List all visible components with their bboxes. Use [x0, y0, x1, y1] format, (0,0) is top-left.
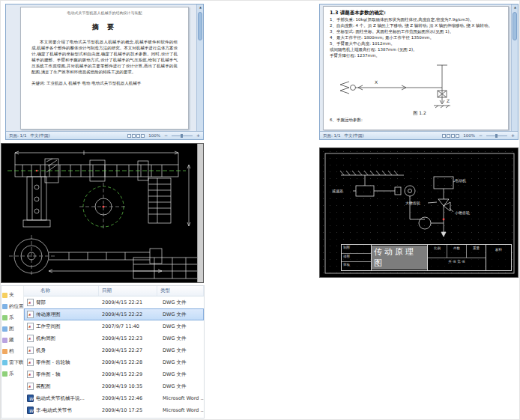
column-header-type[interactable]: 类型 [157, 286, 204, 296]
figure-caption: 图 1.2 [375, 110, 465, 117]
zoom-slider[interactable] [486, 136, 507, 136]
param-item: 3、坐标型式: 圆柱坐标。其圆柱坐标的工作范围如图所示(见图 1)。 [330, 28, 502, 34]
abstract-keywords: 关键词: 工业机器人 机械手 电动 电动式关节型机器人机械手 [31, 81, 178, 86]
cad-window-transmission[interactable]: 电动机 减速器 大锥齿轮 小锥齿轮 制图 描图 审核 传动原理图 比例 件数 重… [319, 147, 519, 278]
column-header-name[interactable]: 名称 [24, 286, 99, 296]
word-window-parameters: 1.3 课题基本参数的确定: 1、手部负重: 10kg(抓取物体的形状为圆柱体径… [319, 4, 519, 140]
label-big-gear: 大锥齿轮 [405, 201, 420, 205]
status-bar: 页面: 1/1 中文(中国) 100% − + [320, 131, 518, 139]
scrollbar-thumb[interactable] [513, 12, 517, 40]
file-row[interactable]: 电动式关节机械手说... 2009/4/15 22:46 Microsoft W… [24, 392, 204, 404]
label-reducer: 减速器 [332, 189, 343, 193]
figure-1-2: X Z [330, 61, 504, 110]
param-item: 或间隔电机上端最高行程: 1387mm (见图 2)。 [330, 46, 502, 52]
sidebar-item[interactable]: 雷下载 [1, 357, 23, 368]
folder-icon [2, 293, 7, 298]
zoom-in-button[interactable]: + [196, 133, 200, 138]
file-row[interactable]: 机身 2009/4/15 22:27 DWG 文件 [24, 344, 204, 356]
language-indicator: 中文(中国) [30, 133, 49, 139]
scroll-up-icon[interactable]: ▲ [512, 4, 518, 10]
videos-icon [2, 338, 7, 343]
trace-label: 描图 [343, 255, 350, 258]
desktop: 电动式关节型机器人机械手的结构设计与装配 摘 要 本文简要介绍了电动式关节型机器… [0, 0, 520, 420]
document-canvas-right[interactable]: 1.3 课题基本参数的确定: 1、手部负重: 10kg(抓取物体的形状为圆柱体径… [320, 4, 518, 131]
word-file-icon [27, 407, 34, 414]
sidebar-item[interactable]: 图 [1, 323, 23, 335]
dwg-file-icon [27, 335, 34, 342]
check-label: 审核 [343, 263, 350, 267]
view-mode-buttons[interactable] [127, 134, 145, 138]
label-motor: 电动机 [455, 178, 466, 183]
drawing-title-cell: 传动原理图 [372, 245, 427, 270]
zoom-level: 100% [463, 133, 475, 138]
page-running-header: 电动式关节型机器人机械手的结构设计与装配 [31, 10, 178, 15]
weight-label: 重量 [467, 245, 486, 258]
scale-label: 比例 [428, 245, 447, 258]
param-item: 手臂升降行程: 1237mm。 [330, 52, 502, 58]
word-file-icon [27, 395, 34, 402]
cad-window-assembly[interactable] [1, 143, 204, 283]
file-row[interactable]: 零件图 - 齿轮轴 2009/4/15 22:28 DWG 文件 [24, 356, 204, 368]
file-row-selected[interactable]: 传动原理图 2009/4/15 22:22 DWG 文件 [24, 308, 204, 320]
file-row[interactable]: 工作空间图 2007/9/7 11:40 DWG 文件 [24, 320, 204, 332]
word-window-abstract: 电动式关节型机器人机械手的结构设计与装配 摘 要 本文简要介绍了电动式关节型机器… [5, 4, 204, 140]
sidebar-item[interactable]: 乐 [1, 312, 23, 323]
param-item: 1、手部负重: 10kg(抓取物体的形状为圆柱体径,高度自定,密度为7.9g/c… [330, 16, 502, 22]
sidebar-item[interactable]: 乐 [1, 368, 23, 380]
draw-label: 制图 [343, 246, 350, 249]
music-icon [2, 371, 7, 377]
scroll-up-icon[interactable]: ▲ [197, 4, 203, 10]
dwg-file-icon [27, 323, 34, 330]
assembly-drawing [1, 144, 204, 283]
file-row[interactable]: 李-电动式关节书 2009/4/10 17:25 Microsoft Word … [24, 404, 204, 416]
document-canvas-left[interactable]: 电动式关节型机器人机械手的结构设计与装配 摘 要 本文简要介绍了电动式关节型机器… [6, 4, 203, 131]
dwg-file-icon [27, 299, 34, 306]
sidebar-item[interactable]: 夹 [1, 290, 23, 301]
list-header: 名称 日期 类型 [24, 286, 204, 296]
title-block-signatures: 制图 描图 审核 [342, 245, 372, 270]
explorer-sidebar: 夹 的位置 乐 图 频 档 雷下载 乐 [1, 286, 24, 418]
zoom-level: 100% [148, 133, 160, 138]
documents-icon [2, 349, 7, 354]
page-indicator: 页面: 1/1 [9, 133, 26, 139]
sidebar-item[interactable]: 的位置 [1, 301, 23, 312]
section-heading: 1.3 课题基本参数的确定: [330, 10, 502, 16]
param-item: 5、手臂最大中心高度: 1012mm。 [330, 40, 502, 46]
zoom-slider[interactable] [172, 136, 193, 136]
zoom-slider-thumb[interactable] [181, 134, 183, 138]
file-row[interactable]: 装配图 2009/4/19 10:35 DWG 文件 [24, 380, 204, 392]
explorer-file-list: 名称 日期 类型 臂部 2009/4/15 22:21 DWG 文件 传动原理图… [24, 286, 204, 418]
column-header-date[interactable]: 日期 [99, 286, 157, 296]
file-row[interactable]: 臂部 2009/4/15 22:21 DWG 文件 [24, 296, 204, 308]
sheet-label: 共 张 第 张 [428, 258, 486, 271]
vertical-scrollbar[interactable]: ▲ [511, 4, 518, 131]
network-icon [2, 304, 7, 309]
cad-title-block: 制图 描图 审核 传动原理图 比例 件数 重量 共 张 第 张 材料 [341, 244, 512, 271]
sidebar-item[interactable]: 档 [1, 346, 23, 357]
vertical-scrollbar[interactable]: ▲ [196, 4, 203, 131]
param-item: 4、最大工作半径: 1800mm; 最小工作半径 1350mm。 [330, 34, 502, 40]
axis-z-label: Z [447, 98, 450, 103]
status-bar: 页面: 1/1 中文(中国) 100% − + [6, 131, 203, 139]
abstract-title: 摘 要 [31, 22, 178, 32]
file-row[interactable]: 零件图 - 轴 2009/4/15 22:29 DWG 文件 [24, 368, 204, 380]
music-icon [2, 315, 7, 320]
zoom-out-button[interactable]: − [164, 133, 168, 138]
sidebar-item[interactable]: 频 [1, 335, 23, 346]
drawing-title: 传动原理图 [372, 246, 427, 270]
robot-sketch: X Z [330, 61, 504, 110]
zoom-slider-thumb[interactable] [495, 134, 498, 138]
zoom-in-button[interactable]: + [511, 133, 515, 138]
scrollbar-thumb[interactable] [198, 12, 202, 40]
file-row[interactable]: 机构简图 2009/4/15 22:23 DWG 文件 [24, 332, 204, 344]
snap-marker [443, 219, 445, 221]
snap-marker [103, 206, 105, 208]
param-item: 2、自由度数: 4 个。沿 Z 轴的上下移动, 绕 Z 轴转动; 沿 X 轴的伸… [330, 22, 502, 28]
dwg-file-icon [27, 347, 34, 354]
dwg-file-icon [27, 383, 34, 390]
qty-label: 件数 [447, 245, 467, 258]
zoom-out-button[interactable]: − [479, 133, 483, 138]
document-page-abstract: 电动式关节型机器人机械手的结构设计与装配 摘 要 本文简要介绍了电动式关节型机器… [20, 7, 189, 130]
file-explorer-window: 夹 的位置 乐 图 频 档 雷下载 乐 名称 日期 类型 臂部 2009/4/1… [1, 285, 205, 419]
view-mode-buttons[interactable] [442, 134, 459, 138]
